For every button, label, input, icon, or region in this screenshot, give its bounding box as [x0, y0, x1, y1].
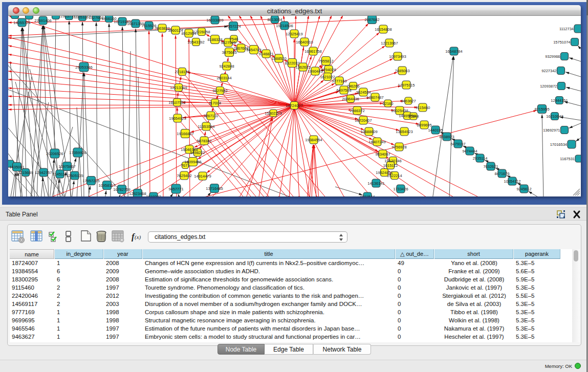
- svg-text:12093872: 12093872: [540, 84, 557, 89]
- svg-text:9242848: 9242848: [219, 64, 234, 69]
- svg-text:12213369: 12213369: [170, 85, 187, 90]
- svg-text:5878342: 5878342: [197, 139, 211, 143]
- svg-text:9227342: 9227342: [541, 69, 556, 73]
- svg-text:10807487: 10807487: [366, 95, 383, 100]
- svg-text:6497508: 6497508: [336, 88, 351, 93]
- svg-text:6794028: 6794028: [321, 68, 336, 72]
- svg-text:13654923: 13654923: [396, 129, 412, 134]
- svg-text:10025438: 10025438: [391, 108, 408, 113]
- svg-text:2718176: 2718176: [175, 70, 189, 74]
- svg-text:9115460: 9115460: [416, 105, 430, 110]
- svg-text:12505135: 12505135: [66, 173, 83, 178]
- svg-text:16154808: 16154808: [375, 27, 391, 32]
- svg-text:2087682: 2087682: [364, 17, 379, 22]
- svg-text:16210643: 16210643: [546, 114, 563, 119]
- svg-text:9146821: 9146821: [258, 52, 273, 56]
- svg-text:746266: 746266: [346, 84, 359, 89]
- svg-text:19654923: 19654923: [169, 116, 186, 121]
- svg-text:2986372: 2986372: [350, 108, 364, 113]
- svg-text:1167531: 1167531: [560, 157, 575, 161]
- svg-text:6479197: 6479197: [450, 142, 465, 146]
- svg-text:16107552: 16107552: [168, 100, 185, 105]
- svg-text:9245612: 9245612: [516, 187, 531, 191]
- svg-text:12444151: 12444151: [551, 98, 568, 103]
- svg-text:18724007: 18724007: [286, 103, 302, 108]
- svg-text:19218506: 19218506: [276, 24, 293, 28]
- svg-text:12942757: 12942757: [35, 170, 52, 175]
- svg-text:7632621: 7632621: [483, 164, 498, 169]
- svg-text:1990443: 1990443: [308, 69, 322, 74]
- svg-text:9427552: 9427552: [212, 89, 227, 93]
- svg-text:17016534: 17016534: [550, 142, 567, 147]
- svg-text:6899695: 6899695: [417, 123, 431, 127]
- svg-text:8186328: 8186328: [207, 37, 222, 42]
- svg-text:1615112: 1615112: [383, 163, 398, 168]
- svg-text:(x): (x): [135, 234, 141, 240]
- svg-text:13716485: 13716485: [206, 186, 223, 191]
- svg-text:15751074: 15751074: [553, 40, 570, 45]
- svg-text:3960124: 3960124: [168, 28, 183, 33]
- svg-text:7485063: 7485063: [395, 69, 409, 73]
- svg-text:16961758: 16961758: [304, 49, 321, 54]
- svg-text:1112734: 1112734: [559, 27, 574, 31]
- svg-text:12975115: 12975115: [398, 83, 415, 87]
- svg-text:14055724: 14055724: [13, 20, 30, 25]
- svg-text:1733426: 1733426: [393, 187, 408, 191]
- svg-text:15720407: 15720407: [355, 118, 372, 123]
- svg-text:16640910: 16640910: [296, 40, 313, 45]
- svg-text:14914479: 14914479: [194, 174, 211, 179]
- svg-text:29053346: 29053346: [75, 65, 92, 70]
- svg-text:10543392: 10543392: [187, 40, 204, 45]
- svg-text:8938923: 8938923: [439, 135, 454, 139]
- svg-text:13692971: 13692971: [543, 128, 560, 133]
- svg-text:117004: 117004: [209, 101, 221, 105]
- svg-text:7671: 7671: [181, 163, 190, 168]
- svg-text:3267110: 3267110: [204, 114, 219, 118]
- svg-text:19166827: 19166827: [177, 132, 193, 136]
- svg-text:1440195: 1440195: [428, 128, 443, 133]
- svg-text:62160: 62160: [383, 101, 394, 106]
- svg-text:9329966: 9329966: [545, 54, 560, 59]
- svg-text:8471676: 8471676: [494, 171, 509, 176]
- svg-text:75844: 75844: [408, 114, 419, 119]
- svg-text:7546: 7546: [230, 37, 238, 41]
- svg-text:17359926: 17359926: [69, 150, 86, 155]
- svg-text:7515526: 7515526: [141, 24, 156, 28]
- svg-text:9777169: 9777169: [332, 79, 346, 83]
- svg-text:2803144: 2803144: [216, 76, 231, 80]
- svg-text:16782759: 16782759: [113, 187, 130, 192]
- svg-text:12325419: 12325419: [286, 32, 302, 36]
- svg-text:14136141: 14136141: [367, 181, 384, 186]
- svg-text:11353584: 11353584: [198, 124, 215, 129]
- svg-text:1619292: 1619292: [146, 194, 161, 197]
- svg-text:1588520: 1588520: [271, 56, 286, 61]
- svg-text:9834067: 9834067: [375, 152, 390, 157]
- svg-text:1145119: 1145119: [53, 172, 67, 177]
- svg-text:1215689: 1215689: [18, 170, 33, 175]
- svg-text:19384554: 19384554: [305, 138, 322, 142]
- svg-text:16648784: 16648784: [445, 49, 462, 54]
- svg-text:7625402: 7625402: [177, 173, 191, 178]
- svg-text:15302273: 15302273: [265, 111, 281, 116]
- svg-text:9756928: 9756928: [391, 145, 406, 149]
- svg-text:7357224: 7357224: [226, 24, 241, 29]
- svg-text:8215955: 8215955: [534, 107, 549, 112]
- svg-text:3875685: 3875685: [222, 50, 236, 55]
- svg-text:20364436: 20364436: [342, 97, 359, 101]
- svg-text:2522214: 2522214: [387, 173, 402, 178]
- svg-text:9463627: 9463627: [401, 99, 416, 103]
- svg-text:5498222: 5498222: [190, 150, 205, 155]
- svg-text:2935114: 2935114: [473, 156, 488, 161]
- svg-text:10688609: 10688609: [360, 129, 377, 134]
- svg-text:1435061: 1435061: [9, 165, 24, 169]
- svg-text:10654112: 10654112: [504, 179, 521, 184]
- svg-text:9811544: 9811544: [360, 194, 375, 197]
- svg-text:12213967: 12213967: [381, 41, 398, 46]
- svg-text:7663822: 7663822: [155, 26, 169, 31]
- svg-text:12226058: 12226058: [193, 30, 210, 34]
- svg-text:8813054: 8813054: [267, 17, 282, 22]
- svg-text:17957225: 17957225: [82, 179, 99, 183]
- svg-text:10973493: 10973493: [389, 54, 406, 59]
- svg-text:3624534: 3624534: [356, 90, 371, 95]
- svg-text:12923468: 12923468: [129, 191, 146, 196]
